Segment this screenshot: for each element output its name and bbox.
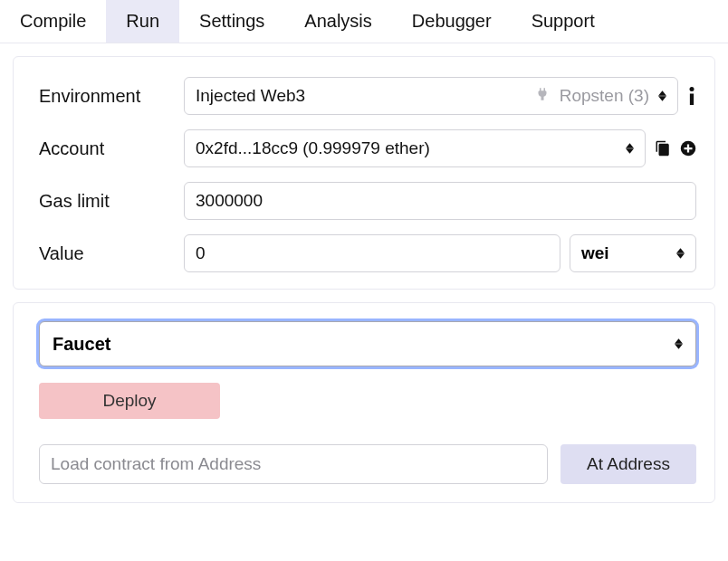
- gas-limit-input[interactable]: [184, 182, 696, 220]
- add-account-icon[interactable]: [680, 140, 696, 157]
- svg-point-0: [690, 87, 694, 91]
- value-unit: wei: [581, 243, 609, 263]
- account-value: 0x2fd...18cc9 (0.999979 ether): [196, 138, 430, 158]
- caret-icon: [658, 90, 666, 101]
- tab-analysis[interactable]: Analysis: [284, 0, 391, 43]
- copy-icon[interactable]: [655, 140, 671, 157]
- tab-run[interactable]: Run: [106, 0, 179, 43]
- contract-selected: Faucet: [53, 334, 110, 355]
- gas-limit-row: Gas limit: [39, 182, 696, 220]
- environment-value: Injected Web3: [196, 86, 305, 106]
- value-label: Value: [39, 243, 184, 264]
- value-unit-select[interactable]: wei: [570, 234, 696, 272]
- tabs: Compile Run Settings Analysis Debugger S…: [0, 0, 728, 43]
- at-address-button[interactable]: At Address: [560, 444, 696, 484]
- account-label: Account: [39, 138, 184, 159]
- account-row: Account 0x2fd...18cc9 (0.999979 ether): [39, 129, 696, 167]
- caret-icon: [626, 143, 634, 154]
- gas-limit-label: Gas limit: [39, 191, 184, 212]
- info-icon[interactable]: [687, 87, 696, 105]
- tab-support[interactable]: Support: [512, 0, 615, 43]
- load-contract-row: At Address: [39, 444, 696, 484]
- caret-icon: [675, 338, 683, 349]
- plug-icon: [534, 86, 551, 107]
- environment-network: Ropsten (3): [560, 86, 649, 106]
- run-config-panel: Environment Injected Web3 Ropsten (3): [13, 56, 715, 290]
- environment-select[interactable]: Injected Web3 Ropsten (3): [184, 77, 678, 115]
- contract-panel: Faucet Deploy At Address: [13, 302, 715, 503]
- caret-icon: [676, 248, 685, 259]
- value-row: Value wei: [39, 234, 696, 272]
- contract-select[interactable]: Faucet: [39, 321, 696, 366]
- tab-settings[interactable]: Settings: [179, 0, 284, 43]
- tab-debugger[interactable]: Debugger: [392, 0, 512, 43]
- tab-compile[interactable]: Compile: [0, 0, 106, 43]
- svg-rect-1: [690, 94, 694, 106]
- load-address-input[interactable]: [39, 444, 548, 484]
- account-select[interactable]: 0x2fd...18cc9 (0.999979 ether): [184, 129, 646, 167]
- deploy-button[interactable]: Deploy: [39, 383, 220, 419]
- environment-label: Environment: [39, 86, 184, 107]
- value-input[interactable]: [184, 234, 560, 272]
- environment-row: Environment Injected Web3 Ropsten (3): [39, 77, 696, 115]
